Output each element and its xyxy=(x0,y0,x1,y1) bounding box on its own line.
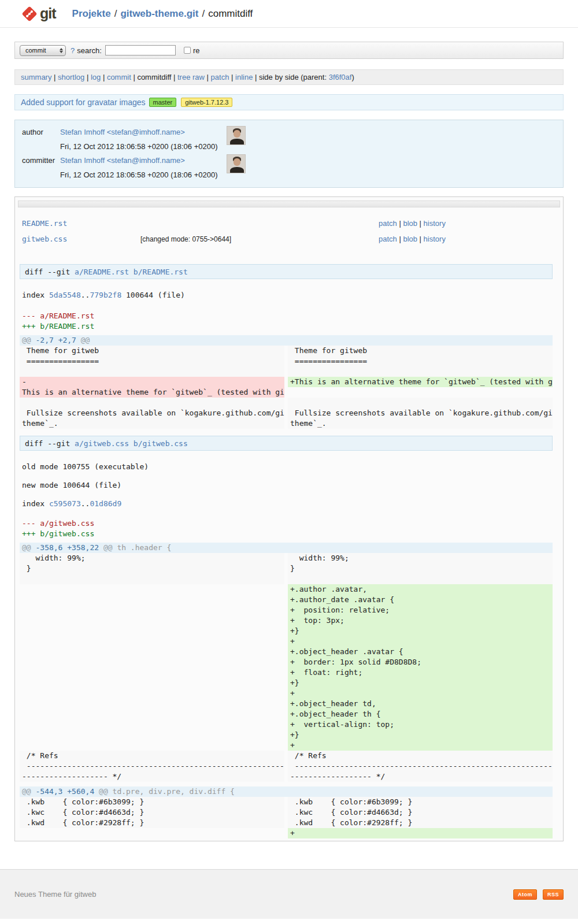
diff-line: Theme for gitweb xyxy=(288,346,553,356)
nav-item[interactable]: tree xyxy=(177,73,190,81)
file-name-link[interactable]: gitweb.css xyxy=(22,235,140,243)
patch-link[interactable]: patch xyxy=(379,235,397,243)
rss-feed-button[interactable]: RSS xyxy=(543,889,564,900)
history-link[interactable]: history xyxy=(424,219,446,228)
nav-item: | xyxy=(205,73,211,81)
author-box: author Stefan Imhoff <stefan@imhoff.name… xyxy=(14,120,564,188)
diff-b-file-link[interactable]: b/gitweb.css xyxy=(134,439,188,448)
diff-line: +.author .avatar, xyxy=(288,584,553,595)
nav-item[interactable]: 3f6f0af xyxy=(329,73,352,81)
project-description: Neues Theme für gitweb xyxy=(14,890,507,899)
ref-badge[interactable]: master xyxy=(149,98,177,107)
breadcrumb-repo-link[interactable]: gitweb-theme.git xyxy=(120,8,198,19)
chunk-to-range[interactable]: +560,4 xyxy=(67,787,94,796)
commit-title-link[interactable]: Added support for gravatar images xyxy=(21,98,146,107)
diff-line xyxy=(20,709,284,719)
diff-from-file[interactable]: --- a/README.rst xyxy=(20,311,553,321)
diff-line xyxy=(20,626,284,636)
diff-line: .kwd { color:#2928ff; } xyxy=(288,818,553,828)
diff-line xyxy=(288,366,553,377)
diff-line xyxy=(20,605,284,615)
author-link[interactable]: Stefan Imhoff <stefan@imhoff.name> xyxy=(60,126,227,136)
diff-to-file[interactable]: +++ b/README.rst xyxy=(20,321,553,332)
git-logo[interactable]: git xyxy=(21,5,56,23)
diff-a-file-link[interactable]: a/README.rst xyxy=(75,268,129,276)
diff-line: .kwb { color:#6b3099; } xyxy=(288,797,553,807)
diff-left-column: .kwb { color:#6b3099; } .kwc { color:#d4… xyxy=(20,797,284,838)
ref-badge[interactable]: gitweb-1.7.12.3 xyxy=(181,98,232,107)
index-dots: .. xyxy=(81,499,90,508)
index-prefix: index xyxy=(22,499,49,508)
list-header-bar xyxy=(18,201,560,207)
nav-item[interactable]: log xyxy=(91,73,101,81)
nav-item[interactable]: shortlog xyxy=(58,73,84,81)
diff-line xyxy=(20,636,284,647)
diff-line: + xyxy=(288,636,553,647)
ref-badges: mastergitweb-1.7.12.3 xyxy=(149,98,233,107)
diff-line: .kwc { color:#d4663d; } xyxy=(288,807,553,818)
diff-line: width: 99%; xyxy=(288,553,553,563)
nav-item[interactable]: patch xyxy=(211,73,229,81)
blob-link[interactable]: blob xyxy=(403,235,417,243)
search-help-link[interactable]: ? xyxy=(71,46,75,55)
chunk-from-range[interactable]: -2,7 xyxy=(35,336,53,344)
nav-item: | xyxy=(253,73,259,81)
diff-line: ----------------------------------------… xyxy=(20,761,284,771)
index-dots: .. xyxy=(81,291,90,299)
diff-line xyxy=(20,615,284,626)
new-mode-line: new mode 100644 (file) xyxy=(20,481,553,489)
author-row: author Stefan Imhoff <stefan@imhoff.name… xyxy=(22,126,556,151)
atom-feed-button[interactable]: Atom xyxy=(513,889,537,900)
chunk-at: @@ xyxy=(76,336,90,344)
commitdiff-box: README.rst patch | blob | history gitweb… xyxy=(14,196,564,841)
chunk-from-range[interactable]: -544,3 xyxy=(35,787,62,796)
diff-line xyxy=(20,657,284,667)
nav-item[interactable]: commit xyxy=(107,73,131,81)
file-links: patch | blob | history xyxy=(379,219,558,228)
diff-line xyxy=(20,730,284,740)
space xyxy=(129,268,134,276)
search-input[interactable] xyxy=(105,45,176,55)
breadcrumb-current-page: commitdiff xyxy=(208,8,253,19)
blob-link[interactable]: blob xyxy=(403,219,417,228)
chunk-from-range[interactable]: -358,6 xyxy=(35,543,62,552)
search-type-select[interactable]: commit xyxy=(20,45,66,56)
breadcrumb-projects-link[interactable]: Projekte xyxy=(72,8,111,19)
diff-line: + float: right; xyxy=(288,667,553,678)
diff-line: /* Refs xyxy=(20,751,284,761)
diff-to-file[interactable]: +++ b/gitweb.css xyxy=(20,529,553,539)
diff-line xyxy=(20,688,284,699)
search-bar: commit ? search: re xyxy=(14,42,564,59)
space xyxy=(54,336,58,344)
diff-line: } xyxy=(288,563,553,574)
blob-hash-link[interactable]: 5da5548 xyxy=(49,291,81,299)
diff-line: +This is an alternative theme for `gitwe… xyxy=(288,377,553,387)
file-mode: [changed mode: 0755->0644] xyxy=(140,235,379,243)
diff-right-column: width: 99%;} +.author .avatar,+.author_d… xyxy=(288,553,553,782)
blob-hash-link[interactable]: c595073 xyxy=(49,499,81,508)
blob-hash-link[interactable]: 779b2f8 xyxy=(90,291,121,299)
page-nav: summary | shortlog | log | commit | comm… xyxy=(14,69,564,85)
file-name-link[interactable]: README.rst xyxy=(22,219,140,228)
nav-item[interactable]: inline xyxy=(235,73,253,81)
diff-line: Theme for gitweb xyxy=(20,346,284,356)
chunk-to-range[interactable]: +358,22 xyxy=(67,543,99,552)
nav-item[interactable]: summary xyxy=(21,73,51,81)
chunk-at: @@ xyxy=(99,543,112,552)
history-link[interactable]: history xyxy=(424,235,446,243)
logo-wordmark: git xyxy=(40,5,56,22)
commit-title-bar: Added support for gravatar images master… xyxy=(14,94,564,110)
patch-link[interactable]: patch xyxy=(379,219,397,228)
chunk-section: td.pre, div.pre, div.diff { xyxy=(108,787,235,796)
diff-line: + xyxy=(288,740,553,751)
nav-item[interactable]: raw xyxy=(192,73,205,81)
diff-line: + vertical-align: top; xyxy=(288,719,553,730)
chunk-to-range[interactable]: +2,7 xyxy=(58,336,76,344)
diff-line xyxy=(20,678,284,688)
blob-hash-link[interactable]: 01d86d9 xyxy=(90,499,121,508)
diff-b-file-link[interactable]: b/README.rst xyxy=(134,268,188,276)
diff-a-file-link[interactable]: a/gitweb.css xyxy=(75,439,129,448)
regex-checkbox[interactable] xyxy=(184,47,191,54)
diff-from-file[interactable]: --- a/gitweb.css xyxy=(20,518,553,529)
committer-link[interactable]: Stefan Imhoff <stefan@imhoff.name> xyxy=(60,154,227,165)
